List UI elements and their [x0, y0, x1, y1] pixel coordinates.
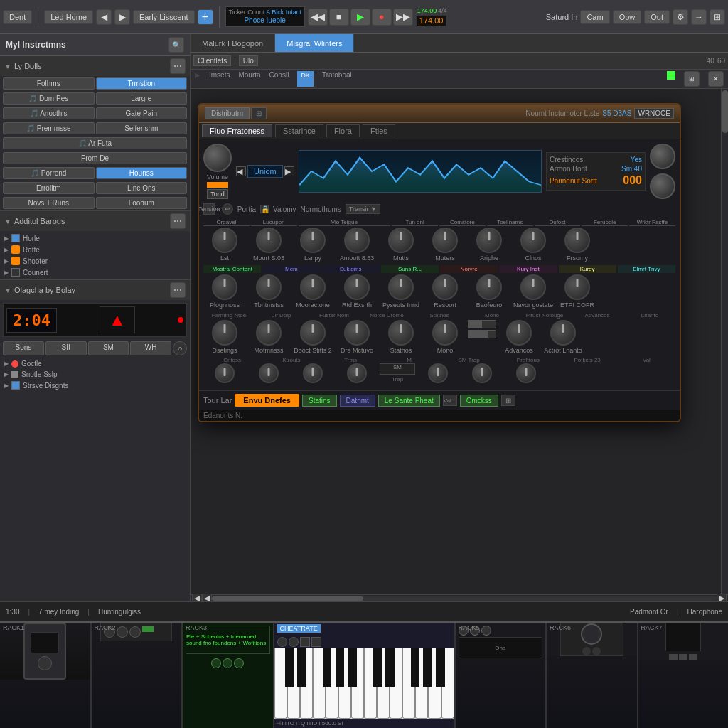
- plognnoss-knob[interactable]: [212, 274, 237, 300]
- rack-item-1[interactable]: RACK1: [0, 623, 92, 728]
- out-btn[interactable]: Out: [644, 10, 670, 24]
- ulo-btn[interactable]: Ulo: [239, 55, 258, 66]
- tension-btn[interactable]: Tension: [203, 203, 215, 215]
- add-track-icon[interactable]: +: [198, 9, 213, 25]
- v-scrollbar[interactable]: [721, 89, 728, 594]
- synth-tab-fluo[interactable]: Fluo Frratoness: [202, 124, 272, 137]
- v-scrollbar-thumb[interactable]: [722, 90, 728, 133]
- portia-btn[interactable]: ↩: [222, 203, 233, 215]
- row3-5-knob[interactable]: [388, 320, 414, 346]
- piano-black-6[interactable]: [373, 648, 382, 687]
- menu-dent[interactable]: Dent: [3, 10, 32, 24]
- ly-dolls-header[interactable]: ▼ Ly Dolls ⋯: [0, 56, 190, 76]
- trms-knob[interactable]: [303, 363, 323, 383]
- arrow-icon[interactable]: →: [691, 9, 707, 25]
- piano-black-1[interactable]: [285, 648, 294, 687]
- tond-btn[interactable]: Tond: [207, 189, 228, 199]
- preset-nav-right[interactable]: ▶: [284, 166, 294, 176]
- obw-btn[interactable]: Obw: [613, 10, 642, 24]
- transir-dropdown[interactable]: Transir ▼: [346, 204, 380, 214]
- errolitm-btn[interactable]: Errolitm: [3, 182, 95, 194]
- dom-pes-btn[interactable]: 🎵 Dom Pes: [3, 92, 95, 105]
- nav-back-icon[interactable]: ◀: [96, 9, 112, 25]
- nav-forward-icon[interactable]: ▶: [114, 9, 130, 25]
- dufost-knob[interactable]: [476, 228, 502, 253]
- val-small-btn[interactable]: Val: [443, 395, 457, 406]
- row3-8-knob[interactable]: [506, 320, 532, 346]
- additol-barous-header[interactable]: ▼ Additol Barous ⋯: [0, 211, 190, 231]
- rack-item-5[interactable]: RACK5 Ona: [456, 623, 547, 728]
- rtd-exsrth-knob[interactable]: [344, 274, 370, 300]
- dsetings-knob[interactable]: [212, 320, 237, 346]
- h-scrollbar-track[interactable]: [212, 596, 717, 601]
- piano-black-2[interactable]: [297, 648, 306, 687]
- tab-misgral[interactable]: Misgral Wlinters: [275, 34, 354, 52]
- play-btn[interactable]: ▶: [350, 9, 370, 26]
- preset-nav-left[interactable]: ◀: [236, 166, 246, 176]
- synth-nav-btn[interactable]: ⊞: [501, 395, 515, 406]
- clientlets-btn[interactable]: Clientlets: [193, 55, 231, 66]
- ml-knob[interactable]: [347, 363, 367, 383]
- pyseuts-knob[interactable]: [388, 274, 414, 300]
- row3-9-knob[interactable]: [550, 320, 576, 346]
- side-knob-2[interactable]: [650, 173, 675, 199]
- piano-black-10[interactable]: [436, 648, 445, 687]
- record-btn[interactable]: ●: [372, 9, 392, 26]
- lock-icon[interactable]: 🔒: [260, 205, 269, 213]
- olagcha-menu-icon[interactable]: ⋯: [170, 282, 186, 298]
- statins-btn[interactable]: Statins: [302, 395, 337, 407]
- motmnsss-knob[interactable]: [256, 320, 282, 346]
- slider-1[interactable]: [468, 320, 496, 328]
- lucuporl-knob[interactable]: [256, 228, 282, 253]
- wrktr-knob[interactable]: [564, 228, 590, 253]
- loobum-btn[interactable]: Loobum: [96, 197, 188, 209]
- grid-icon[interactable]: ⊞: [710, 9, 725, 25]
- cam-btn[interactable]: Cam: [580, 10, 609, 24]
- synth-tab-fties[interactable]: Fties: [363, 124, 395, 137]
- tbntmstss-knob[interactable]: [256, 274, 282, 300]
- h-scrollbar-thumb[interactable]: [212, 596, 363, 601]
- synth-distributm-tab[interactable]: Distributm: [205, 107, 250, 119]
- piano-black-4[interactable]: [336, 648, 345, 687]
- piano-black-7[interactable]: [385, 648, 395, 687]
- rack-item-7[interactable]: RACK7: [638, 623, 729, 728]
- piano-black-8[interactable]: [411, 648, 420, 687]
- sons-btn[interactable]: Sons: [3, 341, 44, 355]
- envu-dnefes-btn[interactable]: Envu Dnefes: [235, 394, 299, 407]
- anocthis-btn[interactable]: 🎵 Anocthis: [3, 107, 95, 119]
- synth-wrnoce-btn[interactable]: WRNOCE: [634, 108, 674, 119]
- critoss-knob[interactable]: [215, 363, 235, 383]
- comstore-knob[interactable]: [432, 228, 458, 253]
- additol-menu-icon[interactable]: ⋯: [170, 213, 186, 229]
- dooct-stitts-knob[interactable]: [300, 320, 326, 346]
- ly-dolls-menu-icon[interactable]: ⋯: [170, 58, 186, 74]
- rack-item-keyboard[interactable]: CHEATRATE .wk { flex:1; background:#f8f8…: [274, 623, 456, 728]
- piano-black-5[interactable]: [348, 648, 357, 687]
- counert-checkbox[interactable]: [11, 268, 20, 277]
- from-de-btn[interactable]: From De: [3, 152, 187, 164]
- strsve-checkbox[interactable]: [11, 381, 20, 390]
- bpm-display[interactable]: 174.00: [416, 15, 447, 26]
- piano-black-9[interactable]: [423, 648, 432, 687]
- synth-tab-flora[interactable]: Flora: [326, 124, 360, 137]
- ratfe-item[interactable]: ▶ Ratfe: [4, 244, 186, 255]
- hounss-btn[interactable]: Hounss: [96, 167, 188, 179]
- strsve-item[interactable]: ▶ Strsve Disgnts: [4, 380, 186, 391]
- h-scroll-left-btn[interactable]: ◀: [192, 594, 202, 602]
- navor-knob[interactable]: [520, 274, 546, 300]
- shooter-item[interactable]: ▶ Shooter: [4, 255, 186, 267]
- ar-futa-btn[interactable]: 🎵 Ar Futa: [3, 137, 187, 149]
- horle-checkbox[interactable]: [11, 234, 20, 242]
- track-close-icon[interactable]: ✕: [708, 71, 724, 87]
- gear-icon[interactable]: ⚙: [673, 9, 688, 25]
- side-knob[interactable]: [650, 144, 675, 169]
- panel-search-icon[interactable]: 🔍: [168, 37, 184, 53]
- premmsse-btn[interactable]: 🎵 Premmsse: [3, 122, 95, 134]
- tab-malurk[interactable]: Malurk I Bogopon: [191, 34, 275, 52]
- tun-onl-knob[interactable]: [388, 228, 414, 253]
- horle-item[interactable]: ▶ Horle: [4, 232, 186, 244]
- snotle-item[interactable]: ▶ Snotle Sslp: [4, 369, 186, 380]
- largre-btn[interactable]: Largre: [96, 92, 188, 105]
- folhms-btn[interactable]: Folhms: [3, 77, 95, 90]
- vio-teigue-knob[interactable]: [300, 228, 326, 253]
